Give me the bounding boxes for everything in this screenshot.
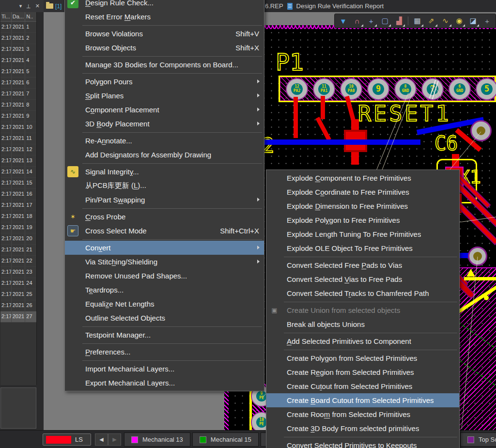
- submenu-item[interactable]: Convert Selected Free Pads to Vias: [266, 258, 459, 272]
- dropdown-triangle-icon[interactable]: [421, 24, 423, 27]
- table-row[interactable]: 2:17 2021 15: [0, 178, 36, 189]
- submenu-item[interactable]: Explode Component to Free Primitives: [266, 171, 459, 185]
- menu-item[interactable]: Browse Objects Shift+X: [65, 41, 264, 55]
- menu-item[interactable]: Split Planes: [65, 89, 264, 103]
- menu-item[interactable]: 3D Body Placement: [65, 117, 264, 131]
- menu-item[interactable]: Teardrops...: [65, 283, 264, 297]
- submenu-item[interactable]: Create Board Cutout from Selected Primit…: [266, 393, 459, 407]
- menu-item[interactable]: Pin/Part Swapping: [65, 193, 264, 207]
- submenu-item[interactable]: Explode Coordinate to Free Primitives: [266, 185, 459, 199]
- length-tuning-icon[interactable]: ∿: [439, 15, 452, 27]
- dropdown-triangle-icon[interactable]: [449, 24, 451, 27]
- table-row[interactable]: 2:17 2021 11: [0, 133, 36, 144]
- table-row[interactable]: 2:17 2021 2: [0, 33, 36, 44]
- menu-item[interactable]: Manage 3D Bodies for Components on Board…: [65, 58, 264, 72]
- menu-item[interactable]: Remove Unused Pad Shapes...: [65, 269, 264, 283]
- menu-item[interactable]: ✶ Cross Probe: [65, 210, 264, 224]
- table-row[interactable]: 2:17 2021 20: [0, 233, 36, 245]
- submenu-item[interactable]: Explode Length Tuning To Free Primitives: [266, 227, 459, 241]
- violations-table[interactable]: Ti... Da... N.. 2:17 2021 1 2:17 2021 2 …: [0, 12, 37, 385]
- magnet-icon[interactable]: ∩: [351, 15, 364, 27]
- menu-item[interactable]: Preferences...: [65, 345, 264, 359]
- table-row[interactable]: 2:17 2021 14: [0, 167, 36, 178]
- table-row[interactable]: 2:17 2021 3: [0, 44, 36, 55]
- table-row[interactable]: 2:17 2021 8: [0, 100, 36, 111]
- table-row[interactable]: 2:17 2021 19: [0, 222, 36, 233]
- menu-item[interactable]: Export Mechanical Layers...: [65, 376, 264, 390]
- menu-item[interactable]: Convert: [65, 241, 264, 255]
- menu-item[interactable]: 从PCB库更新 (L)...: [65, 179, 264, 193]
- panel-pin-icon[interactable]: ⊤: [26, 3, 31, 9]
- menu-item[interactable]: ☛ Cross Select Mode Shift+Ctrl+X: [65, 224, 264, 238]
- table-row[interactable]: 2:17 2021 26: [0, 300, 36, 311]
- dropdown-triangle-icon[interactable]: [435, 24, 437, 27]
- menu-item[interactable]: ✔ Design Rule Check...: [65, 0, 264, 10]
- submenu-item[interactable]: Break all objects Unions: [266, 317, 459, 331]
- submenu-item[interactable]: Create Region from Selected Primitives: [266, 365, 459, 379]
- table-row[interactable]: 2:17 2021 16: [0, 189, 36, 200]
- dropdown-triangle-icon[interactable]: [463, 24, 465, 27]
- submenu-item[interactable]: Create Cutout from Selected Primitives: [266, 379, 459, 393]
- polygon-icon[interactable]: ◪: [466, 15, 480, 27]
- via-icon[interactable]: ◉: [453, 15, 466, 27]
- submenu-item[interactable]: Add Selected Primitives to Component: [266, 334, 459, 348]
- panel-close-icon[interactable]: ✕: [35, 3, 40, 9]
- current-layer-chip[interactable]: LS: [43, 433, 91, 446]
- layer-tab[interactable]: Mechanical 13: [124, 433, 190, 447]
- panel-dropdown-icon[interactable]: ▾: [19, 3, 22, 9]
- layer-tab[interactable]: Mechanical 15: [192, 433, 259, 447]
- menu-item[interactable]: Component Placement: [65, 103, 264, 117]
- menu-item[interactable]: Outline Selected Objects: [65, 311, 264, 325]
- table-row[interactable]: 2:17 2021 1: [0, 22, 36, 33]
- submenu-item[interactable]: Convert Selected Primitives to Keepouts: [266, 438, 459, 448]
- submenu-item[interactable]: Explode OLE Object To Free Primitives: [266, 241, 459, 255]
- menu-item[interactable]: Browse Violations Shift+V: [65, 27, 264, 41]
- submenu-item[interactable]: Convert Selected Tracks to Chamfered Pat…: [266, 286, 459, 300]
- col-time[interactable]: Ti...: [0, 12, 12, 21]
- table-row[interactable]: 2:17 2021 27: [0, 311, 36, 323]
- menu-item[interactable]: Equalize Net Lengths: [65, 297, 264, 311]
- dropdown-triangle-icon[interactable]: [361, 24, 363, 27]
- menu-item[interactable]: Re-Annotate...: [65, 134, 264, 148]
- scroll-left-button[interactable]: ◀: [95, 433, 108, 446]
- table-row[interactable]: 2:17 2021 7: [0, 89, 36, 100]
- table-row[interactable]: 2:17 2021 23: [0, 267, 36, 278]
- table-row[interactable]: 2:17 2021 13: [0, 155, 36, 167]
- menu-item[interactable]: Import Mechanical Layers...: [65, 362, 264, 376]
- table-row[interactable]: 2:17 2021 17: [0, 200, 36, 211]
- table-row[interactable]: 2:17 2021 21: [0, 245, 36, 256]
- menu-item[interactable]: Reset Error Markers: [65, 10, 264, 24]
- selection-rect-icon[interactable]: ▢: [378, 15, 391, 27]
- doc-tab-active[interactable]: Design Rule Verification Report: [296, 2, 384, 10]
- table-row[interactable]: 2:17 2021 10: [0, 122, 36, 133]
- menu-item[interactable]: Via Stitching/Shielding: [65, 255, 264, 269]
- table-row[interactable]: 2:17 2021 25: [0, 289, 36, 300]
- dimension-icon[interactable]: ⇗: [425, 15, 438, 27]
- crosshair-icon[interactable]: +: [365, 15, 378, 27]
- submenu-item[interactable]: Explode Polygon to Free Primitives: [266, 213, 459, 227]
- submenu-item[interactable]: Create 3D Body From selected primitives: [266, 421, 459, 435]
- table-row[interactable]: 2:17 2021 6: [0, 77, 36, 89]
- tool-icon[interactable]: +: [480, 15, 494, 27]
- col-date[interactable]: Da...: [12, 12, 26, 21]
- submenu-item[interactable]: ▣ Create Union from selected objects: [266, 303, 459, 317]
- menu-item[interactable]: Testpoint Manager...: [65, 328, 264, 342]
- menu-item[interactable]: Add Designators for Assembly Drawing: [65, 148, 264, 162]
- toolbar-divider[interactable]: [406, 15, 410, 27]
- col-number[interactable]: N..: [25, 12, 36, 21]
- submenu-item[interactable]: Explode Dimension to Free Primitives: [266, 199, 459, 213]
- table-row[interactable]: 2:17 2021 24: [0, 278, 36, 289]
- filter-icon[interactable]: ▼: [337, 15, 350, 27]
- table-row[interactable]: 2:17 2021 12: [0, 144, 36, 155]
- scroll-right-button[interactable]: ▶: [108, 433, 121, 446]
- dropdown-triangle-icon[interactable]: [388, 24, 391, 27]
- table-row[interactable]: 2:17 2021 4: [0, 55, 36, 66]
- dropdown-triangle-icon[interactable]: [374, 24, 377, 27]
- dropdown-triangle-icon[interactable]: [403, 24, 405, 27]
- table-row[interactable]: 2:17 2021 22: [0, 256, 36, 267]
- submenu-item[interactable]: Create Room from Selected Primitives: [266, 407, 459, 421]
- table-row[interactable]: 2:17 2021 9: [0, 111, 36, 122]
- doc-tab-partial[interactable]: 6.REP: [265, 2, 283, 10]
- panel-tab[interactable]: [1]: [44, 0, 64, 12]
- menu-item[interactable]: Polygon Pours: [65, 75, 264, 89]
